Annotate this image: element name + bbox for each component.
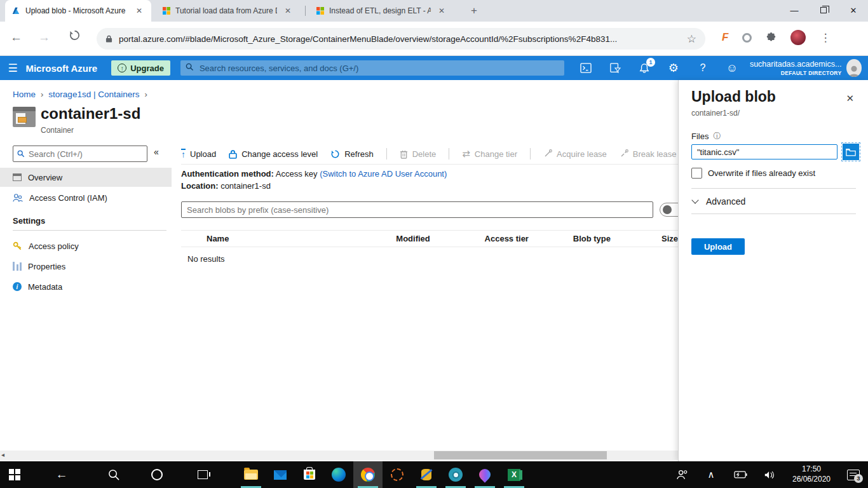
account-info[interactable]: sucharitadas.academics... DEFAULT DIRECT… <box>750 60 842 76</box>
cloud-shell-icon[interactable] <box>580 62 592 74</box>
sidebar-item-properties[interactable]: Properties <box>0 257 172 276</box>
tab-close-icon[interactable]: ✕ <box>133 5 145 17</box>
url-text[interactable]: portal.azure.com/#blade/Microsoft_Azure_… <box>119 34 681 44</box>
breadcrumb-home[interactable]: Home <box>13 90 36 99</box>
blob-search-input[interactable] <box>181 201 653 218</box>
browser-menu-icon[interactable]: ⋮ <box>820 31 831 44</box>
browse-files-button[interactable] <box>843 144 859 160</box>
extensions-puzzle-icon[interactable] <box>766 32 776 43</box>
overwrite-option[interactable]: Overwrite if files already exist <box>691 168 815 179</box>
sidebar-item-label: Properties <box>28 262 65 271</box>
settings-gear-icon[interactable]: ⚙ <box>667 62 680 74</box>
taskbar-back-icon[interactable]: ← <box>47 461 76 488</box>
portal-menu-icon[interactable]: ☰ <box>0 62 25 75</box>
chrome-browser-icon[interactable] <box>353 461 383 488</box>
acquire-lease-command[interactable]: Acquire lease <box>543 149 607 159</box>
blue-circle-app-icon[interactable] <box>441 461 470 488</box>
battery-icon[interactable] <box>726 461 755 488</box>
column-header-size[interactable]: Size <box>661 234 678 243</box>
breadcrumb-containers[interactable]: storage1sd | Containers <box>48 90 139 99</box>
azure-brand[interactable]: Microsoft Azure <box>25 63 97 74</box>
taskbar-clock[interactable]: 17:50 26/06/2020 <box>784 461 839 488</box>
taskbar-search-icon[interactable] <box>99 461 128 488</box>
cortana-icon[interactable] <box>142 461 172 488</box>
sql-server-management-studio-icon[interactable] <box>412 461 441 488</box>
refresh-command[interactable]: Refresh <box>330 149 374 159</box>
extension-flume-icon[interactable]: F <box>722 31 728 44</box>
back-button[interactable]: ← <box>10 30 22 44</box>
anaconda-prompt-icon[interactable] <box>383 461 412 488</box>
paint3d-droplet-icon[interactable] <box>470 461 499 488</box>
feedback-smiley-icon[interactable]: ☺ <box>726 62 738 74</box>
sidebar-search[interactable] <box>13 146 147 162</box>
location-value: container1-sd <box>220 181 271 191</box>
column-header-modified[interactable]: Modified <box>396 234 484 243</box>
tab-upload-blob[interactable]: Upload blob - Microsoft Azure ✕ <box>5 0 151 22</box>
help-icon[interactable]: ? <box>696 62 709 74</box>
account-avatar[interactable] <box>846 59 862 77</box>
sidebar-item-label: Overview <box>28 173 62 182</box>
task-view-icon[interactable] <box>188 461 217 488</box>
tab-tutorial[interactable]: Tutorial load data from Azure D ✕ <box>156 0 300 22</box>
window-minimize-button[interactable]: — <box>780 0 809 20</box>
sidebar-collapse-icon[interactable]: « <box>154 147 159 157</box>
sidebar-item-access-control[interactable]: Access Control (IAM) <box>0 188 172 207</box>
upgrade-label: Upgrade <box>130 64 164 73</box>
reload-button[interactable] <box>69 29 81 41</box>
extension-ring-icon[interactable] <box>742 33 752 43</box>
bookmark-star-icon[interactable]: ☆ <box>687 32 696 46</box>
horizontal-scrollbar[interactable]: ◂ <box>0 451 678 460</box>
upload-submit-button[interactable]: Upload <box>691 238 745 255</box>
microsoft-favicon <box>316 7 324 15</box>
volume-icon[interactable] <box>755 461 784 488</box>
start-button[interactable] <box>0 461 29 488</box>
upload-blob-panel: Upload blob ✕ container1-sd/ Files ⓘ Ove… <box>678 80 868 461</box>
tab-close-icon[interactable]: ✕ <box>282 5 294 17</box>
mail-app-icon[interactable] <box>266 461 295 488</box>
directory-filter-icon[interactable] <box>609 62 621 74</box>
microsoft-favicon <box>163 7 170 15</box>
notifications-bell-icon[interactable]: 1 <box>638 62 651 74</box>
microsoft-store-icon[interactable] <box>295 461 324 488</box>
window-close-button[interactable]: ✕ <box>839 0 868 20</box>
tray-chevron-up-icon[interactable]: ∧ <box>696 461 726 488</box>
change-tier-command[interactable]: ⇄ Change tier <box>462 148 517 159</box>
tab-etl-elt[interactable]: Instead of ETL, design ELT - Azu ✕ <box>310 0 454 22</box>
break-lease-command[interactable]: Break lease <box>620 149 677 159</box>
new-tab-button[interactable]: + <box>466 4 482 17</box>
panel-close-icon[interactable]: ✕ <box>846 93 854 104</box>
restore-icon <box>820 7 827 13</box>
delete-command[interactable]: Delete <box>400 149 437 159</box>
notification-badge: 1 <box>646 58 655 67</box>
column-header-access-tier[interactable]: Access tier <box>485 234 573 243</box>
column-header-name[interactable]: Name <box>181 234 396 243</box>
browser-profile-avatar[interactable] <box>790 30 806 45</box>
sidebar-item-access-policy[interactable]: Access policy <box>0 236 172 255</box>
edge-browser-icon[interactable] <box>324 461 353 488</box>
upload-command[interactable]: ↑ Upload <box>181 149 216 159</box>
empty-results-text: No results <box>187 254 225 264</box>
tab-close-icon[interactable]: ✕ <box>436 5 447 17</box>
switch-auth-link[interactable]: (Switch to Azure AD User Account) <box>320 169 447 179</box>
scrollbar-left-arrow-icon[interactable]: ◂ <box>1 451 4 458</box>
sidebar-search-input[interactable] <box>29 149 130 159</box>
advanced-section-toggle[interactable]: Advanced <box>693 196 745 207</box>
change-access-level-command[interactable]: Change access level <box>229 149 318 159</box>
excel-icon[interactable]: X <box>499 461 529 488</box>
file-explorer-icon[interactable] <box>236 461 266 488</box>
address-bar[interactable]: portal.azure.com/#blade/Microsoft_Azure_… <box>97 28 705 50</box>
upgrade-button[interactable]: ↑ Upgrade <box>111 60 170 76</box>
window-restore-button[interactable] <box>809 0 838 20</box>
sidebar-item-metadata[interactable]: i Metadata <box>0 277 172 296</box>
acquire-lease-icon <box>543 149 552 158</box>
sidebar-item-overview[interactable]: Overview <box>0 168 172 187</box>
forward-button[interactable]: → <box>38 30 50 44</box>
portal-search-input[interactable] <box>180 60 564 76</box>
action-center-icon[interactable]: 3 <box>839 461 868 488</box>
file-picker-input[interactable] <box>691 144 837 159</box>
people-tray-icon[interactable] <box>667 461 696 488</box>
column-header-blob-type[interactable]: Blob type <box>573 234 661 243</box>
overwrite-checkbox[interactable] <box>691 168 702 179</box>
blob-command-bar: ↑ Upload Change access level Refresh Del… <box>181 145 677 163</box>
scrollbar-thumb[interactable] <box>434 451 607 459</box>
